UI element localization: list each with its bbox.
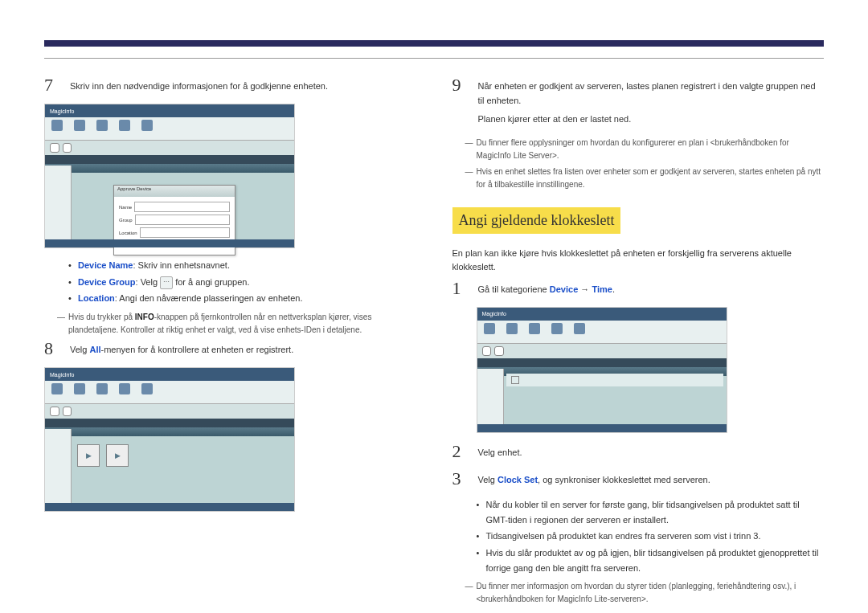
generic-icon [119,383,130,394]
screenshot-approve-device: MagicInfo Approve Device Name Group Loca… [44,104,295,248]
step-9: 9 Når enheten er godkjent av serveren, l… [452,76,825,127]
step-number: 1 [452,280,469,297]
bullet: Hvis du slår produktet av og på igjen, b… [477,546,825,575]
page-header-rule [44,40,824,59]
pill [482,346,492,356]
step-1-time: 1 Gå til kategoriene Device → Time. [452,280,825,297]
app-logo: MagicInfo [482,311,506,317]
generic-icon [551,323,563,334]
step-7: 7 Skriv inn den nødvendige informasjonen… [44,76,416,94]
generic-icon [141,383,153,394]
bullet-device-group: Device Group: Velg ⋯ for å angi gruppen. [68,275,416,290]
step-number: 9 [452,76,469,94]
step-number: 2 [452,443,469,460]
bullet-device-name: Device Name: Skriv inn enhetsnavnet. [68,258,416,273]
generic-icon [74,120,85,131]
step-2-time: 2 Velg enhet. [452,443,825,460]
generic-icon [51,120,63,131]
generic-icon [96,120,108,131]
section-heading: Angi gjeldende klokkeslett [452,207,621,234]
generic-icon [529,323,540,334]
app-logo: MagicInfo [50,372,74,378]
note-plan-config: Du finner flere opplysninger om hvordan … [452,137,825,162]
step-number: 3 [452,470,469,488]
right-column: 9 Når enheten er godkjent av serveren, l… [452,76,825,609]
generic-icon [74,383,85,394]
pill [50,407,59,416]
step-number: 7 [44,76,60,94]
pill [63,407,72,416]
generic-icon [506,323,518,334]
generic-icon [574,323,585,334]
dialog-field [134,202,230,212]
dialog-field [140,227,230,238]
bullet: Når du kobler til en server for første g… [477,497,825,527]
generic-icon [51,383,63,394]
screenshot-all-devices: MagicInfo [44,367,295,512]
step-3-bullets: Når du kobler til en server for første g… [477,497,825,575]
device-thumb [77,444,100,467]
generic-icon [96,383,108,394]
intro-text: En plan kan ikke kjøre hvis klokkeslette… [452,247,825,275]
step-text: Gå til kategoriene Device → Time. [478,280,825,297]
step-3-time: 3 Velg Clock Set, og synkroniser klokkes… [452,470,825,488]
generic-icon [119,120,130,131]
step-number: 8 [44,340,60,358]
pill [50,143,59,153]
step-8: 8 Velg All-menyen for å kontrollere at e… [44,340,416,358]
pill [63,143,72,153]
keyword: Location [78,293,115,303]
keyword: Device Group [78,277,136,287]
browse-icon: ⋯ [160,276,173,289]
note-time-management: Du finner mer informasjon om hvordan du … [452,580,825,606]
note-info-button: Hvis du trykker på INFO-knappen på fjern… [44,311,416,337]
step-text: Velg enhet. [478,443,825,460]
pill [494,346,504,356]
generic-icon [484,323,495,334]
step-text: Velg All-menyen for å kontrollere at enh… [70,340,416,358]
left-column: 7 Skriv inn den nødvendige informasjonen… [44,76,416,609]
app-logo: MagicInfo [50,108,74,114]
note-device-delete: Hvis en enhet slettes fra listen over en… [452,166,825,191]
step-7-bullets: Device Name: Skriv inn enhetsnavnet. Dev… [68,258,416,306]
step-text: Skriv inn den nødvendige informasjonen f… [70,76,416,94]
dialog-field [135,215,230,225]
device-thumb [106,444,129,467]
bullet-location: Location: Angi den nåværende plasseringe… [68,291,416,306]
two-column-layout: 7 Skriv inn den nødvendige informasjonen… [44,76,824,609]
generic-icon [141,120,153,131]
dialog-title: Approve Device [114,186,235,197]
screenshot-device-time: MagicInfo [477,307,727,433]
bullet: Tidsangivelsen på produktet kan endres f… [477,529,825,544]
keyword: Device Name [78,260,133,270]
step-text: Velg Clock Set, og synkroniser klokkesle… [478,470,825,488]
step-text: Når enheten er godkjent av serveren, las… [478,76,825,127]
